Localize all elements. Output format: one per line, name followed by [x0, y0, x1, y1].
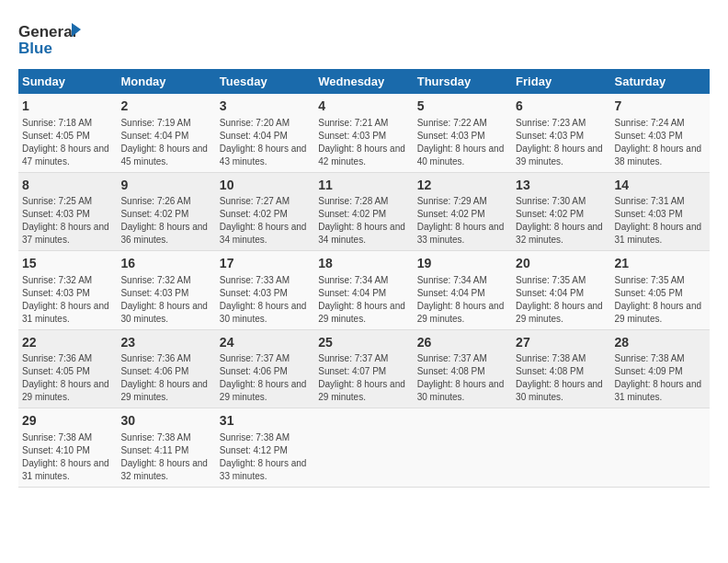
- calendar-header-row: SundayMondayTuesdayWednesdayThursdayFrid…: [18, 69, 710, 94]
- calendar-cell: [611, 408, 710, 488]
- calendar-cell: 17Sunrise: 7:33 AM Sunset: 4:03 PM Dayli…: [216, 251, 314, 330]
- header-thursday: Thursday: [414, 69, 512, 94]
- logo: GeneralBlue: [18, 18, 83, 60]
- day-number: 9: [120, 177, 211, 195]
- calendar-cell: 25Sunrise: 7:37 AM Sunset: 4:07 PM Dayli…: [314, 329, 413, 408]
- calendar-cell: 10Sunrise: 7:27 AM Sunset: 4:02 PM Dayli…: [216, 172, 314, 251]
- calendar-cell: [414, 408, 512, 488]
- header-wednesday: Wednesday: [314, 69, 413, 94]
- day-number: 28: [615, 334, 706, 352]
- day-number: 26: [417, 334, 508, 352]
- calendar-week-row: 1Sunrise: 7:18 AM Sunset: 4:05 PM Daylig…: [18, 94, 710, 172]
- day-number: 25: [318, 334, 409, 352]
- calendar-cell: 8Sunrise: 7:25 AM Sunset: 4:03 PM Daylig…: [18, 172, 117, 251]
- calendar-cell: 19Sunrise: 7:34 AM Sunset: 4:04 PM Dayli…: [414, 251, 512, 330]
- calendar-cell: 16Sunrise: 7:32 AM Sunset: 4:03 PM Dayli…: [117, 251, 215, 330]
- calendar-cell: 28Sunrise: 7:38 AM Sunset: 4:09 PM Dayli…: [611, 329, 710, 408]
- day-number: 14: [615, 177, 706, 195]
- day-info: Sunrise: 7:37 AM Sunset: 4:07 PM Dayligh…: [318, 352, 409, 404]
- calendar-cell: 14Sunrise: 7:31 AM Sunset: 4:03 PM Dayli…: [611, 172, 710, 251]
- day-number: 16: [120, 255, 211, 273]
- day-info: Sunrise: 7:32 AM Sunset: 4:03 PM Dayligh…: [22, 274, 113, 326]
- calendar-week-row: 15Sunrise: 7:32 AM Sunset: 4:03 PM Dayli…: [18, 251, 710, 330]
- day-number: 18: [318, 255, 409, 273]
- header-monday: Monday: [117, 69, 215, 94]
- svg-text:General: General: [18, 23, 76, 40]
- day-info: Sunrise: 7:23 AM Sunset: 4:03 PM Dayligh…: [516, 117, 607, 168]
- day-info: Sunrise: 7:36 AM Sunset: 4:05 PM Dayligh…: [22, 352, 113, 404]
- day-number: 22: [22, 334, 113, 352]
- day-number: 29: [22, 412, 113, 431]
- day-info: Sunrise: 7:20 AM Sunset: 4:04 PM Dayligh…: [220, 117, 311, 168]
- calendar-cell: 4Sunrise: 7:21 AM Sunset: 4:03 PM Daylig…: [314, 94, 413, 172]
- calendar-table: SundayMondayTuesdayWednesdayThursdayFrid…: [18, 69, 710, 488]
- day-number: 11: [318, 177, 409, 195]
- day-info: Sunrise: 7:37 AM Sunset: 4:08 PM Dayligh…: [417, 352, 508, 404]
- day-number: 10: [220, 177, 311, 195]
- calendar-cell: 23Sunrise: 7:36 AM Sunset: 4:06 PM Dayli…: [117, 329, 215, 408]
- calendar-cell: 12Sunrise: 7:29 AM Sunset: 4:02 PM Dayli…: [414, 172, 512, 251]
- day-number: 30: [120, 412, 211, 431]
- day-info: Sunrise: 7:19 AM Sunset: 4:04 PM Dayligh…: [120, 117, 211, 168]
- day-info: Sunrise: 7:35 AM Sunset: 4:05 PM Dayligh…: [615, 274, 706, 326]
- day-number: 2: [120, 98, 211, 116]
- day-number: 17: [220, 255, 311, 273]
- calendar-week-row: 29Sunrise: 7:38 AM Sunset: 4:10 PM Dayli…: [18, 408, 710, 488]
- day-info: Sunrise: 7:34 AM Sunset: 4:04 PM Dayligh…: [417, 274, 508, 326]
- header-tuesday: Tuesday: [216, 69, 314, 94]
- day-info: Sunrise: 7:33 AM Sunset: 4:03 PM Dayligh…: [220, 274, 311, 326]
- day-info: Sunrise: 7:24 AM Sunset: 4:03 PM Dayligh…: [615, 117, 706, 168]
- day-number: 5: [417, 98, 508, 116]
- calendar-cell: 31Sunrise: 7:38 AM Sunset: 4:12 PM Dayli…: [216, 408, 314, 488]
- calendar-cell: 5Sunrise: 7:22 AM Sunset: 4:03 PM Daylig…: [414, 94, 512, 172]
- calendar-cell: [314, 408, 413, 488]
- header-saturday: Saturday: [611, 69, 710, 94]
- calendar-cell: 29Sunrise: 7:38 AM Sunset: 4:10 PM Dayli…: [18, 408, 117, 488]
- day-number: 3: [220, 98, 311, 116]
- calendar-cell: 20Sunrise: 7:35 AM Sunset: 4:04 PM Dayli…: [512, 251, 610, 330]
- day-info: Sunrise: 7:32 AM Sunset: 4:03 PM Dayligh…: [120, 274, 211, 326]
- day-number: 13: [516, 177, 607, 195]
- calendar-cell: 13Sunrise: 7:30 AM Sunset: 4:02 PM Dayli…: [512, 172, 610, 251]
- calendar-cell: 22Sunrise: 7:36 AM Sunset: 4:05 PM Dayli…: [18, 329, 117, 408]
- calendar-cell: 9Sunrise: 7:26 AM Sunset: 4:02 PM Daylig…: [117, 172, 215, 251]
- day-number: 6: [516, 98, 607, 116]
- day-info: Sunrise: 7:27 AM Sunset: 4:02 PM Dayligh…: [220, 195, 311, 247]
- day-number: 27: [516, 334, 607, 352]
- day-info: Sunrise: 7:34 AM Sunset: 4:04 PM Dayligh…: [318, 274, 409, 326]
- calendar-week-row: 8Sunrise: 7:25 AM Sunset: 4:03 PM Daylig…: [18, 172, 710, 251]
- day-number: 19: [417, 255, 508, 273]
- day-number: 7: [615, 98, 706, 116]
- day-info: Sunrise: 7:18 AM Sunset: 4:05 PM Dayligh…: [22, 117, 113, 168]
- day-number: 1: [22, 98, 113, 116]
- day-info: Sunrise: 7:31 AM Sunset: 4:03 PM Dayligh…: [615, 195, 706, 247]
- calendar-cell: 30Sunrise: 7:38 AM Sunset: 4:11 PM Dayli…: [117, 408, 215, 488]
- day-number: 24: [220, 334, 311, 352]
- day-info: Sunrise: 7:35 AM Sunset: 4:04 PM Dayligh…: [516, 274, 607, 326]
- day-info: Sunrise: 7:22 AM Sunset: 4:03 PM Dayligh…: [417, 117, 508, 168]
- calendar-cell: 18Sunrise: 7:34 AM Sunset: 4:04 PM Dayli…: [314, 251, 413, 330]
- day-info: Sunrise: 7:37 AM Sunset: 4:06 PM Dayligh…: [220, 352, 311, 404]
- day-info: Sunrise: 7:26 AM Sunset: 4:02 PM Dayligh…: [120, 195, 211, 247]
- day-info: Sunrise: 7:25 AM Sunset: 4:03 PM Dayligh…: [22, 195, 113, 247]
- day-info: Sunrise: 7:38 AM Sunset: 4:10 PM Dayligh…: [22, 431, 113, 483]
- day-info: Sunrise: 7:28 AM Sunset: 4:02 PM Dayligh…: [318, 195, 409, 247]
- day-info: Sunrise: 7:30 AM Sunset: 4:02 PM Dayligh…: [516, 195, 607, 247]
- calendar-cell: 1Sunrise: 7:18 AM Sunset: 4:05 PM Daylig…: [18, 94, 117, 172]
- day-number: 23: [120, 334, 211, 352]
- calendar-week-row: 22Sunrise: 7:36 AM Sunset: 4:05 PM Dayli…: [18, 329, 710, 408]
- day-info: Sunrise: 7:21 AM Sunset: 4:03 PM Dayligh…: [318, 117, 409, 168]
- page-header: GeneralBlue: [18, 18, 710, 60]
- day-number: 12: [417, 177, 508, 195]
- day-info: Sunrise: 7:38 AM Sunset: 4:09 PM Dayligh…: [615, 352, 706, 404]
- calendar-cell: 11Sunrise: 7:28 AM Sunset: 4:02 PM Dayli…: [314, 172, 413, 251]
- day-info: Sunrise: 7:38 AM Sunset: 4:08 PM Dayligh…: [516, 352, 607, 404]
- day-number: 21: [615, 255, 706, 273]
- calendar-cell: 6Sunrise: 7:23 AM Sunset: 4:03 PM Daylig…: [512, 94, 610, 172]
- header-sunday: Sunday: [18, 69, 117, 94]
- logo-svg: GeneralBlue: [18, 18, 83, 60]
- day-number: 15: [22, 255, 113, 273]
- day-number: 4: [318, 98, 409, 116]
- day-number: 20: [516, 255, 607, 273]
- header-friday: Friday: [512, 69, 610, 94]
